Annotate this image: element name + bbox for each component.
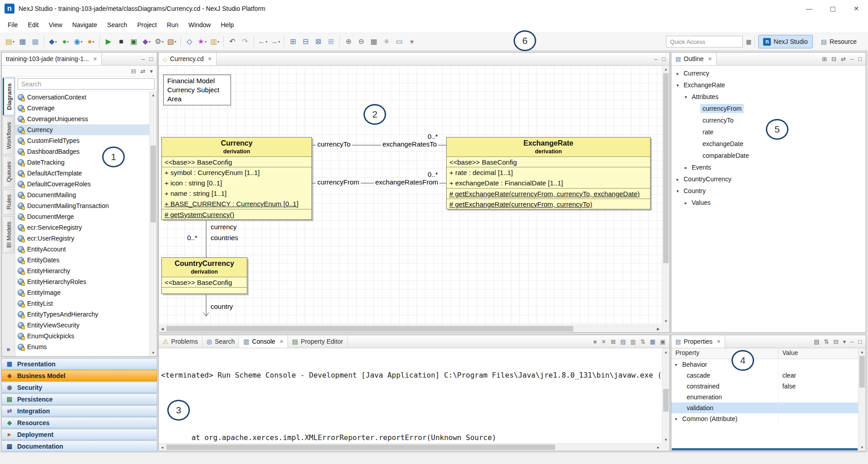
class-country-currency[interactable]: CountryCurrency derivation <<base>> Base… [161, 257, 247, 294]
model-explorer-button[interactable]: ◆ ▾ [47, 35, 59, 48]
model-list-item[interactable]: CustomFieldTypes [15, 135, 149, 146]
menu-item[interactable]: Search [102, 18, 132, 32]
terminate-icon[interactable]: ■ [593, 338, 597, 345]
outline-node[interactable]: ▸ CountryCurrency [671, 173, 866, 185]
properties-vscrollbar[interactable]: ▲ ▼ [858, 348, 866, 451]
minimize-button[interactable]: — [797, 0, 821, 17]
side-tab-workflows[interactable]: Workflows [3, 117, 14, 155]
minimize-panel-icon[interactable]: – [654, 56, 657, 62]
view-menu-icon[interactable]: ▾ [150, 68, 153, 75]
scrollbar-thumb[interactable] [151, 146, 156, 223]
open-console-icon[interactable]: ▦ [650, 338, 655, 345]
model-list-item[interactable]: EntityDates [15, 255, 149, 265]
perspective-nexj-studio-button[interactable]: n NexJ Studio [758, 35, 812, 48]
property-row[interactable]: ▾ Common (Attribute) [671, 413, 866, 424]
scroll-left-icon[interactable]: ◀ [159, 325, 166, 332]
outline-node[interactable]: ▸ Values [671, 197, 866, 208]
model-list-item[interactable]: DocumentMailing [15, 189, 149, 200]
column-header-value[interactable]: Value [778, 348, 866, 359]
layer-documentation[interactable]: ▧ Documentation [1, 440, 157, 452]
scroll-up-icon[interactable]: ▲ [150, 91, 157, 99]
scroll-down-icon[interactable]: ▼ [859, 444, 866, 451]
toolbar-overflow-chevron[interactable]: ▾ [406, 35, 418, 48]
scroll-up-icon[interactable]: ▲ [662, 66, 670, 73]
show-categories-icon[interactable]: ▤ [814, 338, 819, 345]
explorer-vscrollbar[interactable]: ▲ ▼ [149, 91, 157, 356]
chevron-icon[interactable]: ▸ [674, 177, 681, 182]
link-view-button[interactable]: ⊠ ▾ [312, 35, 325, 48]
editor-vscrollbar[interactable]: ▲ ▼ [662, 66, 670, 325]
menu-item[interactable]: File [3, 18, 23, 32]
quick-access-input[interactable] [666, 36, 743, 47]
chevron-icon[interactable]: ▾ [674, 83, 681, 88]
layer-deployment[interactable]: ► Deployment [1, 429, 157, 440]
tab-problems[interactable]: ⚠ Problems ✕ [159, 335, 203, 348]
forward-button[interactable]: → ▾ [269, 35, 282, 48]
chevron-icon[interactable]: ▾ [675, 362, 680, 367]
side-tab-queues[interactable]: Queues [3, 156, 14, 188]
tab-property-editor[interactable]: ▤ Property Editor ✕ [288, 335, 348, 348]
properties-hscrollbar[interactable] [672, 448, 858, 450]
column-header-property[interactable]: Property [671, 348, 778, 359]
model-list-item[interactable]: DateTracking [15, 157, 149, 168]
explorer-tab[interactable]: training-103-jade (training-1... ✕ [2, 52, 102, 65]
model-list-item[interactable]: DashboardBadges [15, 146, 149, 157]
chevron-icon[interactable]: ▾ [674, 189, 681, 194]
side-tab-rules[interactable]: Rules [3, 189, 14, 215]
menu-item[interactable]: Project [132, 18, 162, 32]
outline-node[interactable]: ▸ Events [671, 161, 866, 173]
model-list-item[interactable]: EntityList [15, 298, 149, 309]
link-with-editor-icon[interactable]: ⇄ [141, 68, 146, 75]
search-input[interactable] [18, 78, 155, 90]
collapse-all-icon[interactable]: ⊟ [131, 68, 136, 75]
user-registry-button[interactable]: ● ▾ [85, 35, 97, 48]
scroll-down-icon[interactable]: ▼ [662, 436, 670, 443]
align-button[interactable]: ≡ ▾ [380, 35, 393, 48]
navigate-model-button[interactable]: ◇ ▾ [183, 35, 196, 48]
layer-persistence[interactable]: ▤ Persistence [1, 393, 157, 405]
link-with-editor-icon[interactable]: ⇄ [841, 56, 846, 62]
layer-resources[interactable]: ◈ Resources [1, 417, 157, 428]
tools-button[interactable]: ⚙ ▾ [153, 35, 165, 48]
hierarchy-view-button[interactable]: ⊞ ▾ [287, 35, 299, 48]
tree-view-button[interactable]: ⊞ ▾ [325, 35, 337, 48]
side-tab-bi-models[interactable]: BI Models [3, 216, 14, 253]
outline-node[interactable]: ▾ ExchangeRate [671, 79, 866, 91]
model-list-item[interactable]: Currency [15, 124, 149, 135]
scrollbar-thumb[interactable] [663, 73, 669, 263]
tab-search[interactable]: ◎ Search ✕ [203, 335, 240, 348]
console-output[interactable]: <terminated> Run Scheme Console - Develo… [159, 348, 662, 443]
side-tabs-overflow[interactable]: » [6, 345, 10, 353]
scroll-down-icon[interactable]: ▼ [150, 349, 157, 356]
scrollbar-thumb[interactable] [663, 389, 669, 412]
scroll-right-icon[interactable]: ▶ [655, 444, 662, 451]
model-list-item[interactable]: DocumentMailingTransaction [15, 200, 149, 211]
scroll-lock-icon[interactable]: ▥ [630, 338, 636, 345]
model-list-item[interactable]: EntityImage [15, 287, 149, 298]
maximize-panel-icon[interactable]: □ [149, 56, 153, 62]
model-list-item[interactable]: EntityHierarchyRoles [15, 276, 149, 287]
collapse-all-icon[interactable]: ⊟ [833, 338, 838, 345]
close-icon[interactable]: ✕ [93, 56, 97, 62]
outline-node[interactable]: exchangeDate [671, 138, 866, 150]
chevron-icon[interactable]: ▸ [674, 71, 681, 76]
editor-hscrollbar[interactable]: ◀ ▶ [159, 325, 662, 332]
chevron-icon[interactable]: ▾ [682, 95, 689, 99]
model-list-item[interactable]: EntityAccount [15, 244, 149, 255]
menu-item[interactable]: Run [162, 18, 184, 32]
side-tab-diagrams[interactable]: Diagrams [3, 78, 14, 115]
back-button[interactable]: ← ▾ [256, 35, 269, 48]
perspective-resource-button[interactable]: ▤ Resource [816, 35, 862, 48]
scroll-down-icon[interactable]: ▼ [662, 317, 670, 325]
generate-button[interactable]: ▥ ▾ [208, 35, 221, 48]
close-icon[interactable]: ✕ [208, 56, 212, 62]
model-list-item[interactable]: EntityTypesAndHierarchy [15, 309, 149, 320]
menu-item[interactable]: Help [216, 18, 239, 32]
collapse-all-icon[interactable]: ⊟ [831, 56, 836, 62]
menu-item[interactable]: Navigate [67, 18, 102, 32]
model-list-item[interactable]: Coverage [15, 103, 149, 114]
model-list-item[interactable]: ecr:ServiceRegistry [15, 222, 149, 233]
property-value[interactable]: clear [778, 372, 866, 379]
grid-button[interactable]: ▦ ▾ [368, 35, 380, 48]
publish-button[interactable]: ◉ ▾ [72, 35, 85, 48]
